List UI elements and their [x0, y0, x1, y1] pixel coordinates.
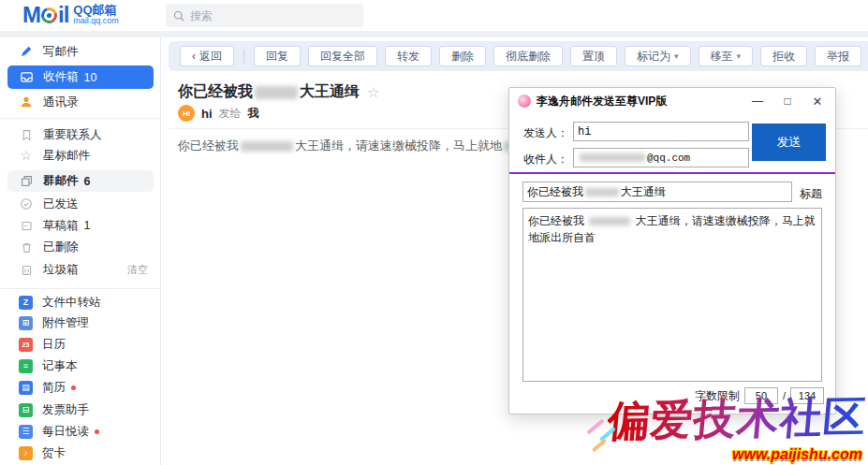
trash-icon: [19, 240, 34, 254]
notification-dot: [95, 429, 99, 434]
empty-junk-link[interactable]: 清空: [127, 263, 148, 277]
sidebar-item-important-contacts[interactable]: 重要联系人: [0, 124, 161, 145]
dialog-titlebar[interactable]: 李逸舟邮件发送至尊VIP版 — □ ✕: [509, 88, 835, 114]
sidebar-divider: [0, 118, 160, 119]
report-button[interactable]: 举报: [815, 46, 861, 66]
char-limit-row: 字数限制 /: [695, 387, 824, 404]
sidebar-item-attachments[interactable]: ⊞ 附件管理: [0, 312, 161, 333]
reply-button[interactable]: 回复: [254, 46, 301, 66]
pin-top-button[interactable]: 置顶: [570, 46, 617, 66]
attachments-icon: ⊞: [19, 316, 33, 330]
qq-mail-app: M il QQ邮箱 mail.qq.com 写邮件: [0, 0, 868, 465]
char-limit-separator: /: [783, 390, 786, 401]
move-to-button[interactable]: 移至 ▾: [699, 46, 754, 66]
sidebar: 写邮件 收件箱 10 通讯录: [0, 37, 161, 465]
sidebar-item-calendar[interactable]: 25 日历: [0, 334, 161, 355]
char-max-input[interactable]: [790, 387, 824, 404]
sidebar-item-compose[interactable]: 写邮件: [0, 41, 161, 62]
sidebar-item-starred[interactable]: ☆ 星标邮件: [0, 145, 161, 166]
search-icon: [173, 10, 184, 22]
reply-all-button[interactable]: 回复全部: [308, 46, 377, 66]
sidebar-item-daily-reading[interactable]: ☰ 每日悦读: [0, 421, 161, 442]
subject-label: 标题: [800, 186, 822, 202]
redacted-text: [585, 188, 619, 196]
delete-button[interactable]: 删除: [439, 46, 486, 66]
send-button[interactable]: 发送: [752, 124, 826, 161]
redacted-text: [255, 86, 298, 99]
sidebar-item-invoice-helper[interactable]: ⊟ 发票助手: [0, 400, 161, 420]
junk-bin-icon: [19, 262, 34, 277]
chevron-down-icon: ▾: [674, 51, 679, 61]
redacted-text: [241, 141, 293, 152]
reject-button[interactable]: 拒收: [760, 46, 807, 66]
search-box[interactable]: [166, 4, 363, 27]
decorative-streak: [599, 427, 616, 442]
inbox-unread-count: 10: [84, 71, 97, 84]
sidebar-item-contacts[interactable]: 通讯录: [0, 92, 161, 112]
back-button[interactable]: ‹ 返回: [180, 46, 234, 66]
decorative-streak: [592, 439, 607, 453]
sidebar-item-inbox[interactable]: 收件箱 10: [7, 65, 154, 89]
sidebar-item-resume[interactable]: ▤ 简历: [0, 377, 161, 398]
decorative-streak: [586, 418, 604, 434]
forward-button[interactable]: 转发: [385, 46, 432, 66]
close-button[interactable]: ✕: [805, 89, 830, 113]
sidebar-divider: [0, 288, 160, 289]
logo-aperture-icon: [38, 5, 60, 26]
qqmail-logo[interactable]: M il QQ邮箱 mail.qq.com: [22, 2, 119, 28]
char-limit-label: 字数限制: [695, 388, 740, 404]
favorite-star-icon[interactable]: ☆: [367, 84, 379, 101]
sidebar-item-notes[interactable]: ≡ 记事本: [0, 356, 161, 376]
logo-domain: mail.qq.com: [73, 17, 119, 25]
sidebar-item-file-transfer[interactable]: Z 文件中转站: [0, 292, 161, 312]
maximize-button[interactable]: □: [775, 89, 800, 113]
sent-to-label: 发给: [219, 106, 242, 122]
logo-letters-il: il: [58, 2, 68, 28]
sender-field[interactable]: [573, 122, 749, 141]
sidebar-item-junk[interactable]: 垃圾箱 清空: [0, 259, 161, 280]
redacted-text: [589, 217, 630, 225]
inbox-icon: [19, 70, 34, 85]
sidebar-item-sent[interactable]: 已发送: [0, 194, 161, 214]
delete-forever-button[interactable]: 彻底删除: [493, 46, 563, 66]
notification-dot: [71, 385, 76, 390]
chevron-down-icon: ▾: [737, 51, 742, 61]
search-input[interactable]: [190, 9, 356, 22]
sidebar-item-deleted[interactable]: 已删除: [0, 237, 161, 257]
body-textarea[interactable]: 你已经被我 大王通缉，请速速缴械投降，马上就地派出所自首: [522, 208, 822, 382]
mail-toolbar: ‹ 返回 回复 回复全部 转发 删除 彻底删除 置顶 标记为 ▾ 移至 ▾ 拒收…: [169, 41, 868, 71]
calendar-icon: 25: [19, 338, 33, 352]
compose-pen-icon: [19, 44, 34, 59]
sidebar-item-drafts[interactable]: 草稿箱 1: [0, 215, 161, 236]
mark-as-button[interactable]: 标记为 ▾: [625, 46, 691, 66]
back-chevron-icon: ‹: [192, 51, 196, 62]
dialog-title: 李逸舟邮件发送至尊VIP版: [537, 94, 740, 109]
recipient-me[interactable]: 我: [248, 106, 259, 122]
logo-letter-m: M: [22, 2, 40, 28]
star-icon: ☆: [19, 148, 34, 163]
recipient-field[interactable]: @qq.com: [573, 148, 749, 167]
minimize-button[interactable]: —: [745, 89, 770, 113]
dialog-divider: [509, 172, 835, 174]
subject-field[interactable]: 你已经被我 大王通缉: [522, 182, 792, 202]
sender-name[interactable]: hi: [201, 107, 213, 121]
redacted-text: [580, 153, 645, 162]
char-current-input[interactable]: [744, 387, 778, 404]
resume-icon: ▤: [19, 381, 33, 395]
invoice-icon: ⊟: [19, 403, 33, 417]
daily-reading-icon: ☰: [19, 425, 33, 439]
mail-sender-row: HI hi 发给 我: [178, 105, 259, 122]
drafts-count: 1: [84, 219, 91, 232]
bookmark-icon: [19, 127, 34, 142]
recipient-field-label: 收件人：: [523, 152, 568, 167]
draft-icon: [19, 218, 34, 233]
greeting-card-icon: ♪: [19, 446, 33, 460]
sidebar-item-greeting-card[interactable]: ♪ 贺卡: [0, 443, 161, 463]
sender-avatar[interactable]: HI: [178, 105, 195, 122]
dialog-app-icon: [518, 94, 531, 108]
topbar-divider: [0, 31, 868, 37]
logo-brand: QQ邮箱: [73, 4, 119, 17]
topbar: M il QQ邮箱 mail.qq.com: [0, 0, 868, 31]
sidebar-item-group-mail[interactable]: 群邮件 6: [7, 170, 154, 192]
group-mail-icon: [19, 174, 34, 189]
